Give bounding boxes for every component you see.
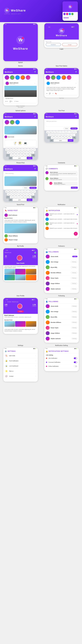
tp-key-Q[interactable]: Q	[46, 131, 49, 134]
settings-item-0[interactable]: ✏️ Edit Profile ›	[3, 353, 38, 358]
key-H[interactable]: H	[22, 151, 25, 154]
profile-thumb-1[interactable]	[5, 269, 15, 274]
tp-key-K[interactable]: K	[69, 134, 72, 136]
post-more-icon[interactable]: ⋮	[34, 82, 36, 84]
vp-follow-btn[interactable]: Follow	[17, 310, 24, 312]
key-T[interactable]: T	[18, 148, 20, 151]
key-R[interactable]: R	[15, 148, 17, 151]
vp-back-icon[interactable]: ←	[5, 301, 6, 303]
profile-thumb-6[interactable]	[26, 275, 36, 280]
tp-key-shift[interactable]: ⇧	[47, 136, 51, 139]
upload-picture-option[interactable]: 🖼️ Picture	[19, 142, 22, 145]
up-story-3[interactable]	[15, 120, 20, 124]
pp-close-btn[interactable]: Close	[23, 187, 28, 189]
save-story-5[interactable]	[67, 75, 71, 80]
key-W[interactable]: W	[9, 148, 11, 151]
tp-key-S[interactable]: S	[51, 134, 54, 136]
key-P[interactable]: P	[33, 148, 36, 151]
pp-post-btn[interactable]: Post now	[29, 187, 37, 189]
key-O[interactable]: O	[30, 148, 33, 151]
text-comment-action[interactable]: 💬	[49, 93, 51, 94]
tp-key-P[interactable]: P	[74, 131, 77, 134]
tp-key-C[interactable]: C	[57, 136, 60, 139]
tp-key-H[interactable]: H	[63, 134, 66, 136]
save-action[interactable]: 🔖	[55, 93, 57, 94]
tp-key-F[interactable]: F	[57, 134, 60, 136]
vp-thumb-1[interactable]	[5, 321, 15, 327]
follow-btn-5[interactable]: Following	[71, 277, 77, 279]
key-E[interactable]: E	[12, 148, 14, 151]
settings-item-1[interactable]: 🔔 Push Notification ›	[3, 358, 38, 364]
comment-action[interactable]: 💬 8	[10, 100, 12, 102]
up-story-1[interactable]	[5, 120, 9, 124]
tp-key-numbers[interactable]: 123	[50, 139, 53, 142]
tp-key-X[interactable]: X	[54, 136, 57, 139]
key-U[interactable]: U	[24, 148, 27, 151]
like-action[interactable]: ♥ 24	[6, 100, 8, 102]
key-delete[interactable]: ⌫	[31, 154, 35, 156]
up-story-2[interactable]	[10, 120, 15, 124]
save-story-2[interactable]	[51, 75, 55, 80]
google-btn[interactable]: Google	[62, 43, 77, 46]
ns-item-0[interactable]: Like Notification	[44, 356, 79, 360]
story-3[interactable]	[15, 75, 20, 80]
key-M[interactable]: M	[28, 154, 31, 156]
key-L[interactable]: L	[31, 151, 34, 154]
settings-item-3[interactable]: ⭐ Rate us ›	[3, 369, 38, 374]
key-space[interactable]: space	[13, 157, 27, 159]
pp-search-icon[interactable]: 🔍	[34, 168, 36, 170]
tp-key-space[interactable]: space	[54, 139, 67, 142]
profile-thumb-5[interactable]	[15, 275, 26, 280]
tp-key-I[interactable]: I	[68, 131, 71, 134]
ns-item-2[interactable]: Follow Notification	[44, 364, 79, 368]
ns-toggle-0[interactable]	[74, 358, 77, 359]
profile-settings-icon[interactable]: ⚙️	[34, 252, 36, 254]
vp-thumb-3[interactable]	[26, 321, 36, 327]
tp-key-O[interactable]: O	[71, 131, 74, 134]
key-return[interactable]: return	[27, 157, 32, 159]
vp-thumb-2[interactable]	[15, 321, 26, 327]
text-share-action[interactable]: ↗	[52, 93, 53, 94]
search-icon[interactable]: 🔍	[34, 71, 36, 73]
key-Y[interactable]: Y	[21, 148, 24, 151]
tp-key-N[interactable]: N	[66, 136, 69, 139]
key-V[interactable]: V	[19, 154, 22, 156]
follow-btn-1[interactable]: Follow	[72, 256, 77, 257]
save-story-3[interactable]	[56, 75, 61, 80]
tp-key-D[interactable]: D	[54, 134, 57, 136]
story-5[interactable]	[26, 75, 30, 80]
tp-key-U[interactable]: U	[65, 131, 67, 134]
tp-key-B[interactable]: B	[63, 136, 66, 139]
settings-item-2[interactable]: 🔒 Lock Dashboard ›	[3, 364, 38, 369]
settings-item-4[interactable]: 💬 Contact ›	[3, 374, 38, 379]
tp-key-return[interactable]: return	[68, 139, 73, 142]
tp-key-J[interactable]: J	[66, 134, 69, 136]
pp-textarea[interactable]: Write something...	[5, 172, 37, 176]
post-now-btn[interactable]: Post now	[70, 128, 78, 130]
text-post-textarea[interactable]: Write your post here...	[45, 120, 78, 126]
profile-thumb-3[interactable]	[26, 269, 36, 274]
key-Q[interactable]: Q	[6, 148, 8, 151]
tp-key-Z[interactable]: Z	[51, 136, 54, 139]
key-B[interactable]: B	[22, 154, 25, 156]
save-search-icon[interactable]: 🔍	[75, 71, 77, 73]
ns-item-1[interactable]: Comment Notification	[44, 360, 79, 364]
tp-key-E[interactable]: E	[53, 131, 55, 134]
facebook-btn[interactable]: Facebook	[46, 43, 61, 46]
story-1[interactable]	[5, 75, 9, 80]
key-A[interactable]: A	[7, 151, 10, 154]
tp-key-M[interactable]: M	[69, 136, 72, 139]
tp2-search-icon[interactable]: 🔍	[75, 116, 77, 118]
upload-search-icon[interactable]: 🔍	[34, 116, 36, 118]
follow-btn-6[interactable]: Following	[71, 282, 77, 284]
story-2[interactable]	[10, 75, 15, 80]
ns-toggle-1[interactable]	[74, 362, 77, 363]
key-N[interactable]: N	[25, 154, 28, 156]
post-comment-btn[interactable]: Post now	[71, 187, 78, 189]
tp-key-Y[interactable]: Y	[62, 131, 64, 134]
key-D[interactable]: D	[13, 151, 16, 154]
tp-key-V[interactable]: V	[60, 136, 63, 139]
ns-toggle-2[interactable]	[74, 366, 77, 367]
tp-key-A[interactable]: A	[48, 134, 51, 136]
follow-btn-3[interactable]: Following	[71, 266, 77, 268]
